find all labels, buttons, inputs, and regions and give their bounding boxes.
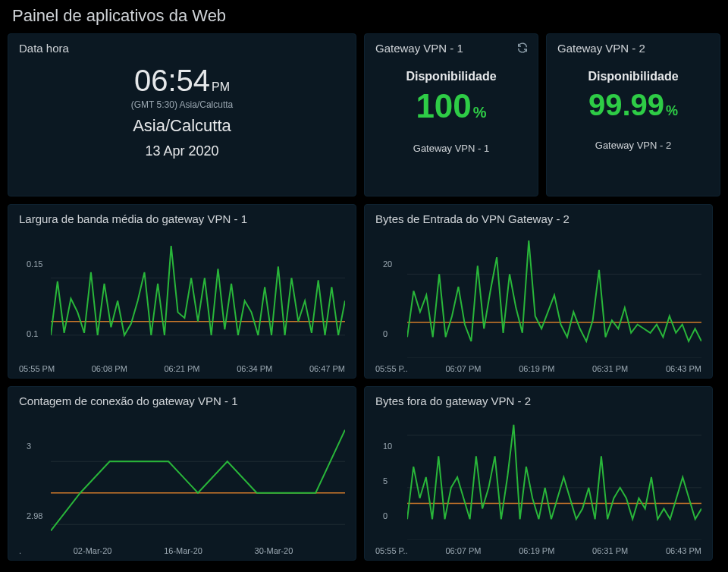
stat-card-1: Gateway VPN - 1 Disponibilidade 100% Gat…: [364, 33, 538, 196]
stat-1-title: Gateway VPN - 1: [365, 34, 538, 55]
row-3: Contagem de conexão do gateway VPN - 132…: [8, 386, 720, 561]
clock-time-value: 06:54: [134, 64, 210, 97]
chart-series-line: [407, 240, 701, 341]
stat-2-footer: Gateway VPN - 2: [547, 140, 720, 151]
clock-zone: Asia/Calcutta: [8, 116, 356, 136]
stat-1-body: Disponibilidade 100% Gateway VPN - 1: [365, 70, 538, 154]
chart-title: Bytes de Entrada do VPN Gateway - 2: [365, 205, 712, 225]
x-tick: 06:07 PM: [445, 546, 481, 555]
dashboard: Painel de aplicativos da Web Data hora 0…: [0, 0, 728, 572]
x-tick: 30-Mar-20: [255, 546, 293, 555]
top-row: Data hora 06:54PM (GMT 5:30) Asia/Calcut…: [8, 33, 720, 196]
chart-plot: 1050: [375, 414, 701, 540]
stat-1-value-number: 100: [416, 87, 471, 124]
dashboard-title: Painel de aplicativos da Web: [8, 0, 720, 33]
x-tick: 06:31 PM: [592, 546, 628, 555]
x-tick: 16-Mar-20: [164, 546, 202, 555]
chart-x-axis: 05:55 P..06:07 PM06:19 PM06:31 PM06:43 P…: [375, 364, 701, 373]
stat-1-value: 100%: [365, 90, 538, 123]
clock-tz: (GMT 5:30) Asia/Calcutta: [8, 99, 356, 110]
chart-plot: 0.150.1: [19, 232, 345, 358]
x-tick: 06:43 PM: [666, 546, 701, 555]
chart-title: Largura de banda média do gateway VPN - …: [8, 205, 356, 225]
x-tick: .: [19, 546, 21, 555]
clock-time: 06:54PM: [8, 64, 356, 98]
refresh-icon[interactable]: [516, 42, 529, 54]
clock-card: Data hora 06:54PM (GMT 5:30) Asia/Calcut…: [8, 33, 356, 196]
chart-svg: [407, 414, 701, 540]
chart-title: Contagem de conexão do gateway VPN - 1: [8, 387, 356, 407]
clock-ampm: PM: [212, 80, 230, 93]
chart-plot: 32.98: [19, 414, 345, 540]
percent-sign: %: [473, 104, 487, 121]
x-tick: 06:21 PM: [164, 364, 199, 373]
clock-date: 13 Apr 2020: [8, 143, 356, 159]
chart-card-bytes-out-2: Bytes fora do gateway VPN - 2105005:55 P…: [364, 386, 713, 561]
chart-plot: 200: [375, 232, 701, 358]
chart-x-axis: 05:55 PM06:08 PM06:21 PM06:34 PM06:47 PM: [19, 364, 345, 373]
x-tick: 06:34 PM: [237, 364, 272, 373]
chart-card-connections-1: Contagem de conexão do gateway VPN - 132…: [8, 386, 356, 561]
chart-series-line: [51, 430, 345, 531]
x-tick: 06:43 PM: [666, 364, 701, 373]
x-tick: 06:47 PM: [309, 364, 345, 373]
x-tick: 06:07 PM: [445, 364, 481, 373]
stat-2-value: 99.99%: [547, 90, 720, 120]
x-tick: 05:55 PM: [19, 364, 55, 373]
x-tick: 05:55 P..: [375, 364, 408, 373]
chart-card-bandwidth-1: Largura de banda média do gateway VPN - …: [8, 204, 356, 379]
x-tick: 05:55 P..: [375, 546, 408, 555]
chart-svg: [51, 232, 345, 358]
stat-2-value-number: 99.99: [588, 88, 664, 121]
x-tick: 06:31 PM: [592, 364, 628, 373]
chart-series-line: [407, 425, 701, 520]
stat-1-footer: Gateway VPN - 1: [365, 143, 538, 154]
stat-2-title: Gateway VPN - 2: [547, 34, 720, 55]
chart-x-axis: 05:55 P..06:07 PM06:19 PM06:31 PM06:43 P…: [375, 546, 701, 555]
row-2: Largura de banda média do gateway VPN - …: [8, 204, 720, 379]
clock-body: 06:54PM (GMT 5:30) Asia/Calcutta Asia/Ca…: [8, 55, 356, 159]
chart-title: Bytes fora do gateway VPN - 2: [365, 387, 712, 407]
chart-svg: [407, 232, 701, 358]
stat-1-label: Disponibilidade: [365, 70, 538, 83]
clock-card-title: Data hora: [8, 34, 356, 55]
percent-sign: %: [666, 103, 678, 118]
x-tick: 06:08 PM: [92, 364, 127, 373]
stat-2-body: Disponibilidade 99.99% Gateway VPN - 2: [547, 70, 720, 151]
chart-card-bytes-in-2: Bytes de Entrada do VPN Gateway - 220005…: [364, 204, 713, 379]
chart-x-axis: .02-Mar-2016-Mar-2030-Mar-20: [19, 546, 345, 555]
stat-card-2: Gateway VPN - 2 Disponibilidade 99.99% G…: [546, 33, 720, 196]
x-tick: 06:19 PM: [519, 364, 554, 373]
chart-svg: [51, 414, 345, 540]
x-tick: 06:19 PM: [519, 546, 554, 555]
x-tick: 02-Mar-20: [74, 546, 112, 555]
stat-2-label: Disponibilidade: [547, 70, 720, 83]
